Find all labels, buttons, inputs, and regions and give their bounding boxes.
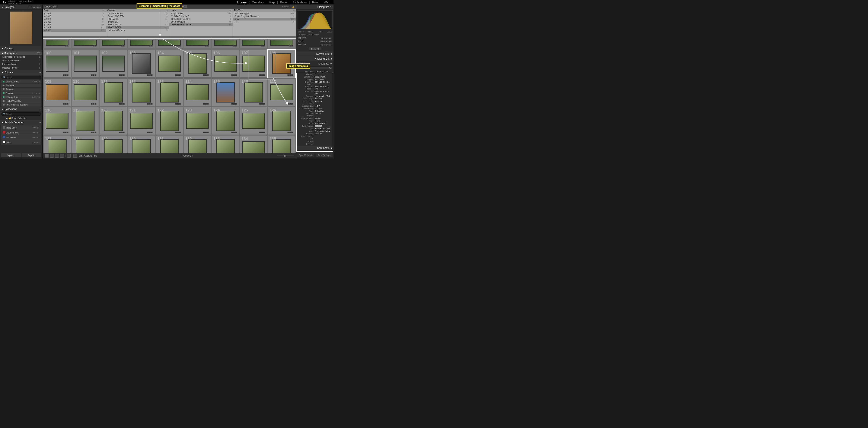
folder-item[interactable]: Seagate Bac3.2 / 4 TB [1, 95, 41, 99]
keyword-list-header[interactable]: Keyword List◀ [297, 56, 334, 61]
grid-cell[interactable]: 118 [43, 107, 71, 135]
import-button[interactable]: Import... [1, 153, 21, 158]
publish-item[interactable]: Hard DriveSet Up... [1, 125, 41, 130]
publish-header[interactable]: ▼Publish Services + [0, 120, 42, 125]
grid-cell[interactable]: 109 [43, 78, 71, 106]
reset-all-button[interactable]: Reset All [309, 47, 321, 51]
module-map[interactable]: Map [269, 0, 275, 4]
grid-cell[interactable]: 133 [212, 136, 239, 153]
grid-cell[interactable]: 134 [240, 136, 267, 153]
sync-settings-button[interactable]: Sync Settings [315, 153, 333, 158]
grid-cell[interactable] [72, 37, 99, 48]
grid-cell[interactable]: 114 [184, 78, 211, 106]
folder-item[interactable]: BACKUP [1, 84, 41, 87]
grid-cell[interactable]: 124 [212, 107, 239, 135]
catalog-item[interactable]: All Photographs1059 [0, 52, 42, 55]
grid-cell[interactable]: 107 [240, 50, 267, 78]
grid-cell[interactable]: 126 [268, 107, 295, 135]
sort-direction-button[interactable] [73, 154, 77, 158]
grid-cell[interactable] [268, 37, 295, 48]
grid-cell[interactable] [184, 37, 211, 48]
module-web[interactable]: Web [324, 0, 330, 4]
module-print[interactable]: Print [312, 0, 319, 4]
folder-item[interactable]: Elements [1, 88, 41, 91]
module-library[interactable]: Library [237, 0, 247, 4]
grid-cell[interactable] [240, 37, 267, 48]
filter-row[interactable]: DSC-W63024 [106, 18, 169, 21]
compare-view-button[interactable] [55, 154, 59, 158]
quickdev-exposure[interactable]: Exposure◂◂◂▸▸▸ [297, 36, 334, 39]
grid-cell[interactable]: 100 [43, 50, 71, 78]
publish-item[interactable]: Adobe StockSet Up... [1, 130, 41, 135]
filter-row[interactable]: Raw153 [233, 18, 296, 21]
publish-item[interactable]: FlickrSet Up... [1, 140, 41, 145]
grid-cell[interactable]: 102 [100, 50, 127, 78]
grid-cell[interactable]: 115 [212, 78, 239, 106]
collections-search[interactable]: 🔍 Search [1, 112, 41, 116]
module-book[interactable]: Book [280, 0, 287, 4]
filter-row[interactable]: Unknown Camera5 [106, 29, 169, 32]
module-develop[interactable]: Develop [252, 0, 264, 4]
grid-cell[interactable]: 116 [240, 78, 267, 106]
grid-cell[interactable]: 131 [156, 136, 183, 153]
filter-row[interactable]: All (6 Cameras)335 [106, 12, 169, 15]
grid-cell[interactable]: 121 [128, 107, 155, 135]
catalog-item[interactable]: Updated Photos6 [0, 66, 42, 69]
filter-preset[interactable]: Custom... [282, 5, 291, 8]
filter-col-header[interactable]: Camera ≡ [106, 9, 169, 12]
filter-col-header[interactable]: Lens ≡ [169, 9, 232, 12]
histogram-header[interactable]: Histogram▼ [297, 5, 334, 9]
grid-cell[interactable]: 120 [100, 107, 127, 135]
filter-row[interactable]: ▶2018335 [43, 29, 106, 32]
filter-col-header[interactable]: File Type ≡ [233, 9, 296, 12]
publish-item[interactable]: FacebookSet Up... [1, 135, 41, 140]
folder-item[interactable]: Macintosh HD1.0 / 1 TB [1, 80, 41, 84]
collections-header[interactable]: ▼Collections + [0, 107, 42, 112]
grid-cell[interactable]: 113 [156, 78, 183, 106]
grid-cell[interactable]: 104 [156, 50, 183, 78]
filter-row[interactable]: ▶201434 [43, 18, 106, 21]
grid-cell[interactable]: 101 [72, 50, 99, 78]
metadata-header[interactable]: Metadata [318, 62, 329, 65]
grid-cell[interactable]: 129 [100, 136, 127, 153]
folder-item[interactable]: Seagate1.1 / 2 TB [1, 91, 41, 95]
grid-cell[interactable]: 112 [128, 78, 155, 106]
folders-search[interactable]: 🔍 Search [1, 76, 41, 79]
thumbnail-size-slider[interactable] [277, 155, 294, 156]
catalog-item[interactable]: All Synced Photographs0 [0, 55, 42, 59]
navigator-header[interactable]: ▼Navigator FIT FILL 1:1 2:1 [0, 5, 42, 9]
export-button[interactable]: Export... [22, 153, 42, 158]
filter-row[interactable]: Canon EOS 70D9 [106, 15, 169, 18]
grid-cell[interactable] [128, 37, 155, 48]
filter-row[interactable]: 80.0-200.0 mm f/2.86 [169, 18, 232, 21]
grid-cell[interactable]: 105 [184, 50, 211, 78]
filter-row[interactable]: 12.0-24.0 mm f/4.025 [169, 15, 232, 18]
filter-row[interactable]: NIKON D7100242 [106, 26, 169, 29]
grid-cell[interactable] [43, 37, 71, 48]
grid-view-button[interactable] [45, 154, 49, 158]
grid-cell[interactable]: 132 [184, 136, 211, 153]
grid-cell[interactable]: 110 [72, 78, 99, 106]
grid-cell[interactable]: 103 [128, 50, 155, 78]
filter-row[interactable]: TIFF35 [233, 21, 296, 23]
grid-cell[interactable]: 117 [268, 78, 295, 106]
sync-metadata-button[interactable]: Sync Metadata [297, 153, 314, 158]
grid-cell[interactable]: 122 [156, 107, 183, 135]
filter-row[interactable]: All (4 Lenses)242 [169, 12, 232, 15]
grid-cell[interactable]: 130 [128, 136, 155, 153]
catalog-header[interactable]: ▼Catalog [0, 46, 42, 51]
filter-row[interactable]: ▶2017143 [43, 26, 106, 29]
filter-row[interactable]: NIKON D700052 [106, 23, 169, 26]
filter-row[interactable]: ▶2016431 [43, 23, 106, 26]
survey-view-button[interactable] [60, 154, 64, 158]
filter-row[interactable]: ▶20134 [43, 15, 106, 18]
filter-row[interactable]: ▶201569 [43, 21, 106, 23]
grid-cell[interactable] [156, 37, 183, 48]
grid-cell[interactable]: 119 [72, 107, 99, 135]
grid-cell[interactable]: 135 [268, 136, 295, 153]
filter-row[interactable]: All (3 File Types)189 [233, 12, 296, 15]
filter-row[interactable]: Digital Negative / Lossless1 [233, 15, 296, 18]
folders-header[interactable]: ▼Folders + [0, 70, 42, 75]
collections-add-icon[interactable]: + [39, 108, 41, 110]
folder-item[interactable]: TIME MACHINE [1, 99, 41, 103]
